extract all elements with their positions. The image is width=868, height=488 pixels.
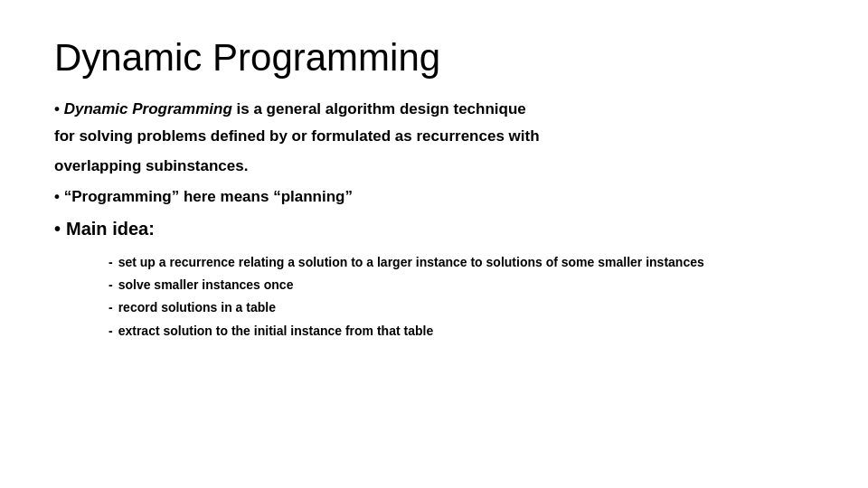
sub-bullet-0-dash: -	[108, 251, 113, 274]
bullet-3-text: Main idea:	[66, 215, 155, 242]
slide-content: • Dynamic Programming is a general algor…	[54, 98, 814, 343]
sub-bullet-3: - extract solution to the initial instan…	[108, 320, 814, 343]
para-line2: for solving problems defined by or formu…	[54, 125, 814, 148]
para-line3: overlapping subinstances.	[54, 155, 814, 178]
bullet-1-prefix: •	[54, 100, 64, 117]
bullet-1-text: • Dynamic Programming is a general algor…	[54, 98, 526, 121]
sub-bullets-list: - set up a recurrence relating a solutio…	[108, 251, 814, 343]
bullet-1-suffix: is a general algorithm design technique	[232, 100, 526, 117]
bullet-1: • Dynamic Programming is a general algor…	[54, 98, 814, 121]
bullet-3-dot: •	[54, 215, 61, 242]
slide-title: Dynamic Programming	[54, 36, 814, 80]
sub-bullet-3-dash: -	[108, 320, 113, 343]
sub-bullet-2: - record solutions in a table	[108, 296, 814, 319]
bullet-2: • “Programming” here means “planning”	[54, 185, 814, 209]
sub-bullet-0: - set up a recurrence relating a solutio…	[108, 251, 814, 274]
sub-bullet-3-text: extract solution to the initial instance…	[118, 320, 814, 343]
bullet-3: • Main idea:	[54, 215, 814, 242]
sub-bullet-0-text: set up a recurrence relating a solution …	[118, 251, 814, 274]
sub-bullet-1-text: solve smaller instances once	[118, 274, 814, 296]
sub-bullet-1-dash: -	[108, 274, 113, 296]
sub-bullet-2-text: record solutions in a table	[118, 296, 814, 319]
sub-bullet-2-dash: -	[108, 296, 113, 319]
bullet-1-bold-italic: Dynamic Programming	[64, 100, 232, 117]
sub-bullet-1: - solve smaller instances once	[108, 274, 814, 296]
